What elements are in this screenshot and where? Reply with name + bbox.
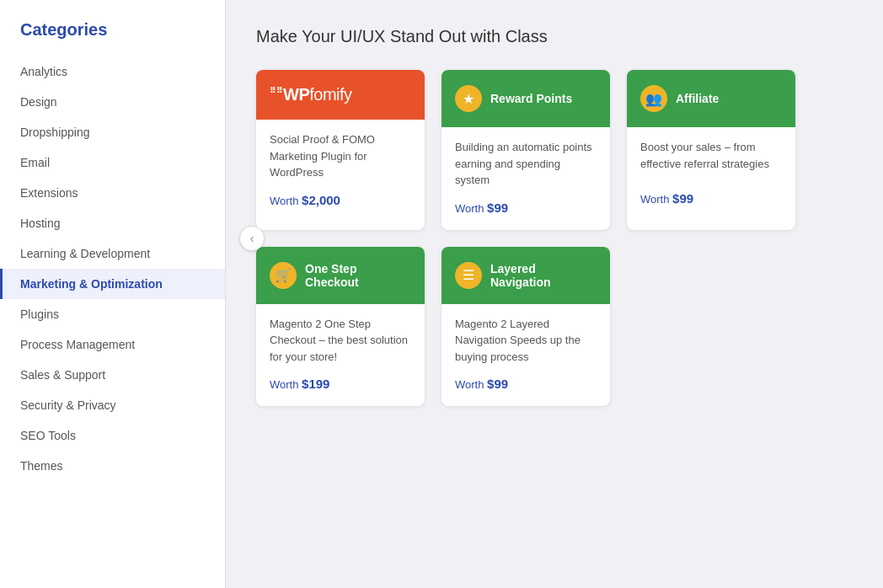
card-body-affiliate: Boost your sales – from effective referr…: [627, 127, 795, 221]
card-reward-points[interactable]: ★ Reward Points Building an automatic po…: [442, 70, 610, 230]
card-description-wpfomify: Social Proof & FOMO Marketing Plugin for…: [270, 131, 411, 181]
sidebar-item-design[interactable]: Design: [0, 87, 225, 117]
card-header-wpfomify: ⠿⠿WPfomify: [256, 70, 425, 120]
card-header-one-step-checkout: 🛒 One Step Checkout: [256, 247, 425, 304]
card-description-reward-points: Building an automatic points earning and…: [455, 139, 597, 189]
card-icon-one-step-checkout: 🛒: [270, 262, 297, 289]
card-wpfomify[interactable]: ⠿⠿WPfomify Social Proof & FOMO Marketing…: [256, 70, 425, 230]
card-icon-reward-points: ★: [455, 85, 482, 112]
sidebar-item-seo-tools[interactable]: SEO Tools: [0, 420, 225, 451]
card-one-step-checkout[interactable]: 🛒 One Step Checkout Magento 2 One Step C…: [256, 247, 425, 407]
sidebar-item-sales-support[interactable]: Sales & Support: [0, 360, 225, 390]
card-description-one-step-checkout: Magento 2 One Step Checkout – the best s…: [270, 316, 411, 366]
sidebar-item-process-management[interactable]: Process Management: [0, 329, 225, 360]
sidebar-title: Categories: [0, 20, 225, 56]
cards-grid: ⠿⠿WPfomify Social Proof & FOMO Marketing…: [256, 70, 853, 406]
sidebar-item-marketing-optimization[interactable]: Marketing & Optimization: [0, 269, 225, 299]
card-description-affiliate: Boost your sales – from effective referr…: [640, 139, 782, 179]
card-worth-wpfomify: Worth $2,000: [270, 193, 411, 207]
sidebar-item-themes[interactable]: Themes: [0, 451, 225, 481]
sidebar-item-learning-development[interactable]: Learning & Development: [0, 238, 225, 269]
cards-section: ‹ ⠿⠿WPfomify Social Proof & FOMO Marketi…: [256, 70, 853, 406]
card-description-layered-navigation: Magento 2 Layered Navigation Speeds up t…: [455, 316, 597, 366]
sidebar-item-security-privacy[interactable]: Security & Privacy: [0, 390, 225, 420]
card-header-title-reward-points: Reward Points: [490, 92, 572, 105]
sidebar-item-extensions[interactable]: Extensions: [0, 178, 225, 208]
card-header-title-layered-navigation: Layered Navigation: [490, 262, 597, 289]
main-content: Make Your UI/UX Stand Out with Class ‹ ⠿…: [226, 0, 883, 588]
card-header-title-affiliate: Affiliate: [676, 92, 719, 105]
sidebar-item-plugins[interactable]: Plugins: [0, 299, 225, 329]
sidebar-item-hosting[interactable]: Hosting: [0, 208, 225, 238]
card-header-affiliate: 👥 Affiliate: [627, 70, 795, 127]
card-body-wpfomify: Social Proof & FOMO Marketing Plugin for…: [256, 120, 425, 222]
card-icon-layered-navigation: ☰: [455, 262, 482, 289]
sidebar: Categories AnalyticsDesignDropshippingEm…: [0, 0, 226, 588]
page-title: Make Your UI/UX Stand Out with Class: [256, 27, 853, 46]
card-worth-value-reward-points: $99: [487, 200, 508, 215]
prev-arrow[interactable]: ‹: [239, 226, 265, 251]
card-affiliate[interactable]: 👥 Affiliate Boost your sales – from effe…: [627, 70, 795, 230]
card-header-title-one-step-checkout: One Step Checkout: [305, 262, 411, 289]
card-worth-affiliate: Worth $99: [640, 191, 782, 206]
card-worth-value-layered-navigation: $99: [487, 377, 508, 391]
sidebar-item-dropshipping[interactable]: Dropshipping: [0, 117, 225, 147]
sidebar-item-analytics[interactable]: Analytics: [0, 56, 225, 87]
card-layered-navigation[interactable]: ☰ Layered Navigation Magento 2 Layered N…: [442, 247, 610, 407]
card-worth-one-step-checkout: Worth $199: [270, 377, 411, 391]
card-body-layered-navigation: Magento 2 Layered Navigation Speeds up t…: [442, 304, 610, 407]
sidebar-item-email[interactable]: Email: [0, 147, 225, 178]
card-worth-value-wpfomify: $2,000: [302, 193, 340, 207]
card-body-reward-points: Building an automatic points earning and…: [442, 127, 610, 230]
sidebar-items: AnalyticsDesignDropshippingEmailExtensio…: [0, 56, 225, 481]
card-header-layered-navigation: ☰ Layered Navigation: [442, 247, 610, 304]
card-icon-affiliate: 👥: [640, 85, 667, 112]
card-worth-reward-points: Worth $99: [455, 200, 597, 215]
card-worth-value-one-step-checkout: $199: [302, 377, 329, 391]
card-worth-layered-navigation: Worth $99: [455, 377, 597, 391]
card-body-one-step-checkout: Magento 2 One Step Checkout – the best s…: [256, 304, 425, 407]
wpfomify-logo: ⠿⠿WPfomify: [270, 85, 352, 104]
card-header-reward-points: ★ Reward Points: [442, 70, 610, 127]
card-worth-value-affiliate: $99: [672, 191, 693, 206]
